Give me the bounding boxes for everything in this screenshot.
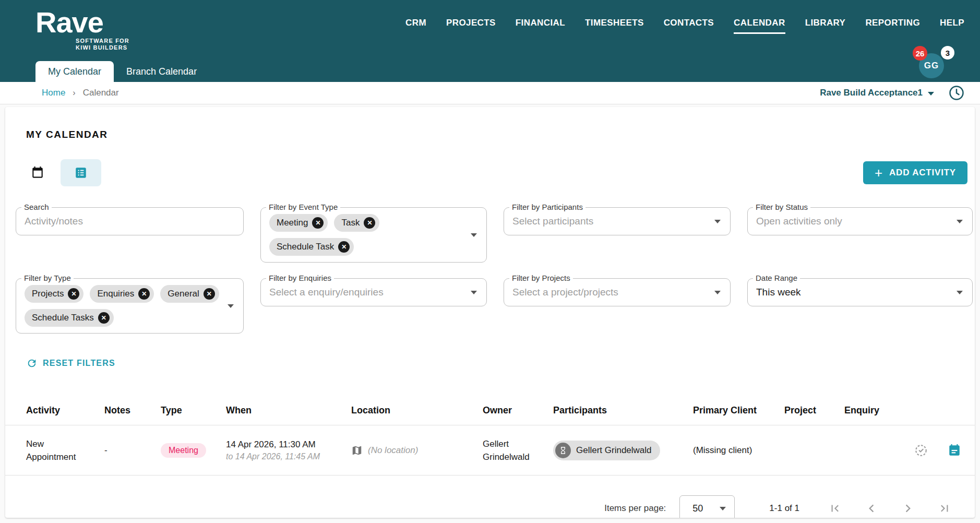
items-per-page-value: 50 xyxy=(692,503,703,514)
account-selector[interactable]: Rave Build Acceptance1 xyxy=(820,88,934,98)
nav-item-crm[interactable]: CRM xyxy=(405,18,426,34)
user-menu[interactable]: GG 26 3 xyxy=(915,46,951,79)
dropdown-arrow-icon[interactable] xyxy=(471,233,477,237)
rave-logo[interactable]: Rave SOFTWARE FOR KIWI BUILDERS xyxy=(35,7,129,51)
nav-item-calendar[interactable]: CALENDAR xyxy=(734,18,785,34)
remove-chip-icon[interactable]: ✕ xyxy=(312,217,324,229)
search-input[interactable] xyxy=(25,216,220,227)
remove-chip-icon[interactable]: ✕ xyxy=(98,312,110,324)
app-header: Rave SOFTWARE FOR KIWI BUILDERS CRM PROJ… xyxy=(0,0,980,82)
tab-branch-calendar[interactable]: Branch Calendar xyxy=(114,61,209,82)
nav-item-financial[interactable]: FINANCIAL xyxy=(516,18,565,34)
nav-item-timesheets[interactable]: TIMESHEETS xyxy=(585,18,644,34)
first-page-button[interactable] xyxy=(823,497,846,518)
remove-chip-icon[interactable]: ✕ xyxy=(338,241,350,253)
chip-schedule-task[interactable]: Schedule Task✕ xyxy=(269,238,354,256)
page-title: MY CALENDAR xyxy=(26,129,975,140)
hourglass-icon xyxy=(555,443,571,458)
logo-subtitle-2: KIWI BUILDERS xyxy=(76,44,129,51)
col-participants: Participants xyxy=(553,405,693,416)
clock-icon[interactable] xyxy=(949,85,964,101)
pagination: Items per page: 50 1-1 of 1 xyxy=(5,495,956,518)
remove-chip-icon[interactable]: ✕ xyxy=(138,288,150,300)
remove-chip-icon[interactable]: ✕ xyxy=(204,288,215,300)
remove-chip-icon[interactable]: ✕ xyxy=(68,288,79,300)
remove-chip-icon[interactable]: ✕ xyxy=(364,217,375,229)
status-filter[interactable]: Filter by Status Open activities only xyxy=(747,207,973,235)
col-enquiry: Enquiry xyxy=(844,405,906,416)
participants-label: Filter by Participants xyxy=(509,203,585,211)
breadcrumb-right: Rave Build Acceptance1 xyxy=(820,85,964,101)
col-activity: Activity xyxy=(26,405,104,416)
snooze-activity-icon[interactable] xyxy=(914,444,928,457)
chip-general[interactable]: General✕ xyxy=(160,285,219,303)
messages-badge[interactable]: 3 xyxy=(941,46,954,60)
dropdown-arrow-icon[interactable] xyxy=(714,291,721,294)
nav-item-projects[interactable]: PROJECTS xyxy=(446,18,496,34)
activity-cell[interactable]: New Appointment xyxy=(26,437,104,463)
dropdown-arrow-icon[interactable] xyxy=(957,291,963,294)
nav-item-contacts[interactable]: CONTACTS xyxy=(664,18,714,34)
dropdown-arrow-icon[interactable] xyxy=(714,220,721,223)
pagination-range: 1-1 of 1 xyxy=(769,503,799,514)
chip-schedule-tasks[interactable]: Schedule Tasks✕ xyxy=(25,309,114,327)
chip-task[interactable]: Task✕ xyxy=(334,214,379,232)
nav-item-reporting[interactable]: REPORTING xyxy=(865,18,920,34)
status-label: Filter by Status xyxy=(753,203,810,211)
tab-my-calendar[interactable]: My Calendar xyxy=(35,61,114,82)
type-cell: Meeting xyxy=(161,443,226,458)
chip-enquiries[interactable]: Enquiries✕ xyxy=(90,285,154,303)
chevron-down-icon xyxy=(928,92,934,96)
add-activity-button[interactable]: + ADD ACTIVITY xyxy=(863,161,967,184)
date-range-filter[interactable]: Date Range This week xyxy=(747,278,973,306)
previous-page-button[interactable] xyxy=(860,497,883,518)
list-view-icon xyxy=(74,166,88,180)
event-type-filter[interactable]: Filter by Event Type Meeting✕ Task✕ Sche… xyxy=(260,207,487,263)
nav-item-library[interactable]: LIBRARY xyxy=(805,18,846,34)
refresh-icon xyxy=(26,358,38,369)
date-range-value: This week xyxy=(756,287,801,298)
chip-label: Enquiries xyxy=(97,289,134,299)
date-range-label: Date Range xyxy=(753,274,800,282)
notifications-badge[interactable]: 26 xyxy=(913,46,927,61)
breadcrumb-home-link[interactable]: Home xyxy=(42,88,65,98)
dropdown-arrow-icon xyxy=(720,507,726,510)
dropdown-arrow-icon[interactable] xyxy=(957,220,963,223)
status-value: Open activities only xyxy=(756,216,842,227)
breadcrumb-bar: Home › Calendar Rave Build Acceptance1 xyxy=(0,82,980,104)
participants-cell: Gellert Grindelwald xyxy=(553,441,693,460)
reset-filters-button[interactable]: RESET FILTERS xyxy=(26,358,975,369)
map-icon xyxy=(351,445,363,456)
when-cell: 14 Apr 2026, 11:30 AM to 14 Apr 2026, 11… xyxy=(226,439,351,461)
next-page-button[interactable] xyxy=(897,497,919,518)
items-per-page-label: Items per page: xyxy=(604,503,666,514)
last-page-button[interactable] xyxy=(933,497,956,518)
list-view-button[interactable] xyxy=(61,159,101,186)
toolbar: + ADD ACTIVITY xyxy=(26,159,967,186)
calendar-card: MY CALENDAR + ADD ACTIVITY xyxy=(5,107,975,518)
search-field[interactable]: Search xyxy=(16,207,244,235)
items-per-page-select[interactable]: 50 xyxy=(679,495,735,518)
dropdown-arrow-icon[interactable] xyxy=(471,291,477,294)
enquiries-filter[interactable]: Filter by Enquiries Select a enquiry/enq… xyxy=(260,278,487,306)
breadcrumb-separator: › xyxy=(73,88,75,98)
nav-item-help[interactable]: HELP xyxy=(940,18,964,34)
projects-filter[interactable]: Filter by Projects Select a project/proj… xyxy=(504,278,731,306)
participants-filter[interactable]: Filter by Participants Select participan… xyxy=(504,207,731,235)
chip-label: Projects xyxy=(32,289,64,299)
chip-meeting[interactable]: Meeting✕ xyxy=(269,214,328,232)
row-actions xyxy=(906,444,961,457)
top-navigation: CRM PROJECTS FINANCIAL TIMESHEETS CONTAC… xyxy=(405,18,964,34)
chip-projects[interactable]: Projects✕ xyxy=(25,285,83,303)
dropdown-arrow-icon[interactable] xyxy=(228,304,234,308)
table-row[interactable]: New Appointment - Meeting 14 Apr 2026, 1… xyxy=(5,425,975,476)
participant-chip[interactable]: Gellert Grindelwald xyxy=(553,441,660,460)
type-filter[interactable]: Filter by Type Projects✕ Enquiries✕ Gene… xyxy=(16,278,244,334)
reset-filters-label: RESET FILTERS xyxy=(43,359,115,368)
logo-subtitle-1: SOFTWARE FOR xyxy=(76,38,129,44)
logo-title: Rave xyxy=(35,7,129,38)
calendar-event-icon[interactable] xyxy=(948,444,961,457)
calendar-view-button[interactable] xyxy=(26,159,49,186)
chip-label: Schedule Tasks xyxy=(32,313,94,323)
view-toggle xyxy=(26,159,101,186)
